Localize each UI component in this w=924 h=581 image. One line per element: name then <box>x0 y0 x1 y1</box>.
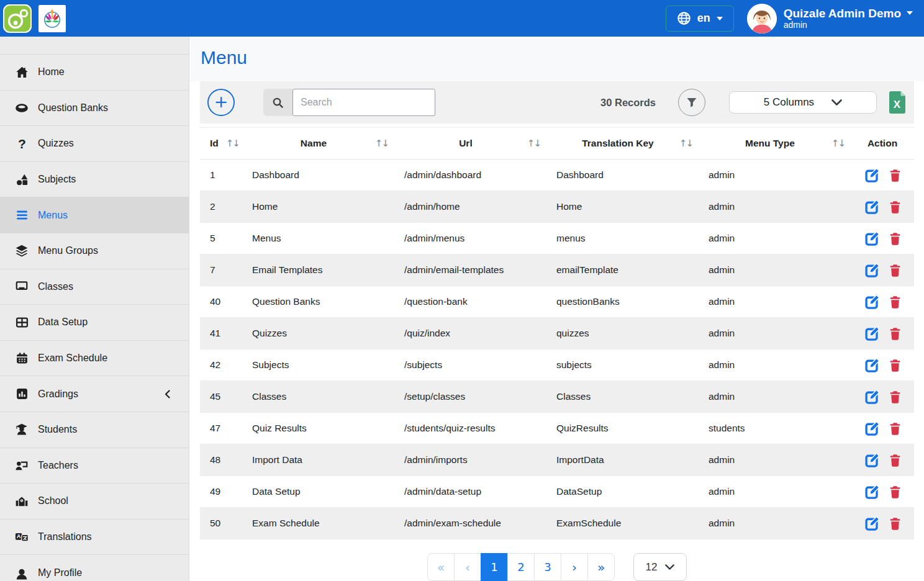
pagination-first-button[interactable]: « <box>427 553 455 581</box>
school-icon <box>15 494 29 508</box>
columns-selector[interactable]: 5 Columns <box>729 91 877 114</box>
sidebar-item-my-profile[interactable]: My Profile <box>0 554 189 581</box>
sidebar-item-question-banks[interactable]: Question Banks <box>0 90 189 126</box>
cell-translation-key: Classes <box>546 381 699 413</box>
delete-button[interactable] <box>888 358 902 372</box>
cell-translation-key: ExamSchedule <box>546 508 699 539</box>
sidebar-item-home[interactable]: Home <box>0 54 189 90</box>
delete-button[interactable] <box>888 263 902 277</box>
chevron-left-icon <box>165 390 170 399</box>
edit-button[interactable] <box>864 421 880 436</box>
edit-button[interactable] <box>864 484 880 500</box>
sidebar-item-classes[interactable]: Classes <box>0 269 189 305</box>
delete-button[interactable] <box>888 168 902 182</box>
bar-chart-icon <box>15 387 29 401</box>
sidebar-item-quizzes[interactable]: ? Quizzes <box>0 125 189 161</box>
cell-id: 7 <box>200 254 242 286</box>
delete-button[interactable] <box>888 232 902 246</box>
cell-translation-key: questionBanks <box>546 286 699 318</box>
excel-export-button[interactable]: X <box>888 91 907 114</box>
sidebar-item-students[interactable]: Students <box>0 412 189 448</box>
delete-button[interactable] <box>888 421 902 436</box>
sidebar-item-gradings[interactable]: Gradings <box>0 376 189 412</box>
cell-url: /admin/data-setup <box>394 476 546 508</box>
cell-url: /admin/exam-schedule <box>394 508 546 539</box>
table-header-row: Id↑↓ Name↑↓ Url↑↓ Translation Key↑↓ Menu… <box>200 128 914 160</box>
language-selector[interactable]: en <box>666 6 734 32</box>
sidebar-item-exam-schedule[interactable]: Exam Schedule <box>0 340 189 376</box>
school-logo[interactable] <box>38 5 66 32</box>
column-header-menu-type[interactable]: Menu Type↑↓ <box>699 128 851 160</box>
sidebar-item-menus[interactable]: Menus <box>0 197 189 233</box>
delete-button[interactable] <box>888 390 902 404</box>
edit-button[interactable] <box>864 199 880 215</box>
column-header-id[interactable]: Id↑↓ <box>200 128 242 160</box>
edit-button[interactable] <box>864 326 880 341</box>
column-header-name[interactable]: Name↑↓ <box>242 128 394 160</box>
sidebar-item-menu-groups[interactable]: Menu Groups <box>0 233 189 269</box>
edit-button[interactable] <box>864 516 880 531</box>
sort-icon[interactable]: ↑↓ <box>831 138 845 149</box>
cell-translation-key: Home <box>546 191 699 223</box>
column-header-translation-key[interactable]: Translation Key↑↓ <box>546 128 699 160</box>
cell-menu-type: admin <box>699 508 851 539</box>
column-header-url[interactable]: Url↑↓ <box>394 128 546 160</box>
sort-icon[interactable]: ↑↓ <box>679 138 692 149</box>
edit-button[interactable] <box>864 294 880 310</box>
sidebar-item-translations[interactable]: A Translations <box>0 519 189 555</box>
edit-button[interactable] <box>864 453 880 468</box>
delete-button[interactable] <box>888 200 902 214</box>
sidebar: Home Question Banks ? Quizzes Subjects M… <box>0 37 189 581</box>
table-row: 45 Classes /setup/classes Classes admin <box>200 381 914 413</box>
pagination-last-button[interactable]: » <box>587 553 615 581</box>
pagination-page-1[interactable]: 1 <box>481 553 508 581</box>
sort-icon[interactable]: ↑↓ <box>527 138 540 149</box>
user-menu[interactable]: Quizale Admin Demo admin <box>747 4 913 34</box>
quizale-logo[interactable] <box>3 4 32 33</box>
sidebar-item-label: Home <box>38 66 65 78</box>
row-actions <box>851 444 914 475</box>
cell-url: /admin/dashboard <box>394 160 546 191</box>
toolbar: + 30 Records 5 Columns <box>200 81 914 124</box>
sidebar-item-subjects[interactable]: Subjects <box>0 161 189 197</box>
search-input[interactable] <box>292 89 435 116</box>
user-name: Quizale Admin Demo <box>784 7 901 20</box>
page-size-value: 12 <box>646 561 658 574</box>
sidebar-item-school[interactable]: School <box>0 483 189 519</box>
cell-menu-type: admin <box>699 318 851 349</box>
edit-button[interactable] <box>864 263 880 278</box>
cell-url: /admin/menus <box>394 223 546 254</box>
table-row: 2 Home /admin/home Home admin <box>200 191 914 223</box>
cell-url: /question-bank <box>394 286 546 318</box>
edit-button[interactable] <box>864 389 880 405</box>
delete-button[interactable] <box>888 485 902 499</box>
sort-icon[interactable]: ↑↓ <box>375 138 388 149</box>
row-actions <box>851 318 914 349</box>
sidebar-spacer <box>0 37 189 54</box>
pagination-page-3[interactable]: 3 <box>534 553 561 581</box>
person-icon <box>15 566 29 580</box>
cell-menu-type: admin <box>699 286 851 318</box>
add-button[interactable]: + <box>207 89 235 116</box>
filter-button[interactable] <box>678 89 705 116</box>
pagination-next-button[interactable]: › <box>561 553 588 581</box>
sidebar-item-data-setup[interactable]: Data Setup <box>0 304 189 340</box>
edit-icon <box>864 421 880 436</box>
layers-icon <box>15 244 29 258</box>
delete-button[interactable] <box>888 516 902 531</box>
page-size-select[interactable]: 12 <box>633 553 687 581</box>
cell-name: Email Templates <box>242 254 394 286</box>
cell-menu-type: admin <box>699 254 851 286</box>
delete-button[interactable] <box>888 453 902 467</box>
edit-button[interactable] <box>864 231 880 246</box>
sort-icon[interactable]: ↑↓ <box>226 138 239 149</box>
cell-translation-key: DataSetup <box>546 476 699 508</box>
pagination-page-2[interactable]: 2 <box>507 553 535 581</box>
pagination-prev-button[interactable]: ‹ <box>454 553 481 581</box>
sidebar-item-teachers[interactable]: Teachers <box>0 448 189 484</box>
edit-button[interactable] <box>864 358 880 373</box>
delete-button[interactable] <box>888 295 902 309</box>
edit-button[interactable] <box>864 168 880 183</box>
delete-button[interactable] <box>888 327 902 341</box>
edit-icon <box>864 484 880 500</box>
